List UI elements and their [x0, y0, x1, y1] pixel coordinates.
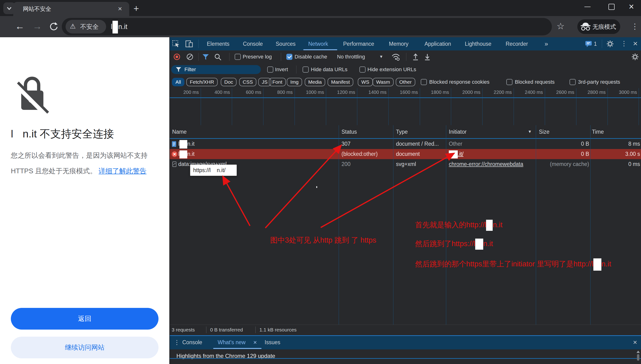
go-back-button[interactable]: 返回 [11, 308, 159, 330]
col-name[interactable]: Name [172, 125, 187, 138]
tab-title: 网站不安全 [23, 2, 51, 16]
blocked-requests-checkbox[interactable] [506, 79, 512, 85]
col-size[interactable]: Size [539, 125, 549, 138]
import-har-icon[interactable] [412, 53, 419, 61]
filter-toggle-icon[interactable] [202, 54, 209, 60]
third-party-checkbox[interactable] [569, 79, 576, 85]
record-button[interactable] [173, 53, 180, 60]
tab-performance[interactable]: Performance [343, 37, 374, 50]
annotation-1: 首先就是输入的http://ln.it [415, 220, 502, 231]
search-icon[interactable] [214, 53, 222, 61]
tab-console[interactable]: Console [243, 37, 263, 50]
browser-menu-icon[interactable]: ⋮ [631, 19, 639, 34]
network-settings-icon[interactable] [631, 53, 639, 61]
ruler-tick: 400 ms [202, 90, 230, 95]
filter-placeholder: Filter [184, 65, 196, 74]
forward-button[interactable]: → [33, 19, 42, 34]
tab-elements[interactable]: Elements [207, 37, 230, 50]
tab-lighthouse[interactable]: Lighthouse [465, 37, 491, 50]
row2-name[interactable]: ln.it [178, 149, 334, 159]
inspect-icon[interactable] [172, 40, 180, 48]
more-tabs-icon[interactable]: » [544, 37, 548, 50]
disable-cache-label: Disable cache [295, 54, 327, 60]
disable-cache-checkbox[interactable] [286, 54, 292, 60]
devtools-settings-icon[interactable] [606, 40, 614, 48]
tab-network[interactable]: Network [308, 37, 328, 50]
drawer-tab-whats-new[interactable]: What's new [218, 336, 246, 349]
bookmark-star-icon[interactable]: ☆ [556, 18, 564, 35]
resources-size: 1.1 kB resources [259, 326, 297, 334]
drawer-tab-issues[interactable]: Issues [265, 336, 280, 349]
row3-time: 0 ms [592, 159, 640, 169]
device-toolbar-icon[interactable] [185, 40, 195, 48]
throttling-caret-icon[interactable]: ▼ [379, 54, 383, 59]
transferred-size: 0 B transferred [210, 326, 243, 334]
drawer-menu-icon[interactable]: ⋮ [174, 336, 180, 349]
throttling-select[interactable]: No throttling [337, 54, 365, 60]
tab-memory[interactable]: Memory [389, 37, 408, 50]
error-icon [172, 151, 178, 157]
row1-size: 0 B [539, 139, 589, 149]
scrollbar-up-icon[interactable] [636, 350, 640, 353]
devtools-menu-icon[interactable]: ⋮ [621, 37, 627, 50]
chip-wasm[interactable]: Wasm [373, 78, 394, 86]
new-tab-icon[interactable]: + [134, 2, 139, 16]
ruler-tick: 2000 ms [452, 90, 480, 95]
chip-doc[interactable]: Doc [221, 78, 237, 86]
maximize-icon[interactable] [608, 4, 614, 10]
chip-manifest[interactable]: Manifest [328, 78, 353, 86]
col-initiator[interactable]: Initiator [449, 125, 466, 138]
url-text[interactable]: ln.it [111, 18, 127, 35]
scrollbar-thumb[interactable] [637, 354, 639, 361]
ruler-tick: 800 ms [264, 90, 293, 95]
col-type[interactable]: Type [396, 125, 408, 138]
chip-css[interactable]: CSS [239, 78, 256, 86]
chip-fetch-xhr[interactable]: Fetch/XHR [186, 78, 218, 86]
learn-more-link[interactable]: 详细了解此警告 [99, 167, 147, 175]
chip-img[interactable]: Img [287, 78, 302, 86]
col-status[interactable]: Status [341, 125, 357, 138]
col-time[interactable]: Time [592, 125, 604, 138]
reload-button[interactable] [49, 21, 59, 32]
drawer-tab-console[interactable]: Console [182, 336, 202, 349]
invert-checkbox[interactable] [267, 66, 273, 72]
drawer-close-icon[interactable]: × [633, 336, 637, 349]
row3-initiator-link[interactable]: chrome-error://chromewebdata [449, 159, 535, 169]
blocked-cookies-checkbox[interactable] [421, 79, 427, 85]
broken-lock-icon [17, 68, 50, 115]
filter-separator [296, 66, 296, 74]
row3-status: 200 [341, 159, 350, 169]
tab-recorder[interactable]: Recorder [506, 37, 528, 50]
window-close-icon[interactable]: × [629, 0, 634, 13]
row2-initiator-link[interactable]: .it/ [449, 149, 463, 159]
ruler-tick: 2200 ms [483, 90, 512, 95]
drawer-tab-close-icon[interactable]: × [253, 336, 257, 349]
chip-font[interactable]: Font [269, 78, 286, 86]
row1-name[interactable]: ln.it [178, 139, 334, 149]
clear-icon[interactable] [186, 53, 193, 60]
tab-close-icon[interactable]: × [118, 2, 122, 16]
export-har-icon[interactable] [424, 53, 431, 61]
proceed-button[interactable]: 继续访问网站 [11, 337, 159, 358]
hide-extension-urls-checkbox[interactable] [359, 66, 366, 72]
overview-divider [170, 97, 641, 98]
row2-type: document [396, 149, 420, 159]
network-conditions-icon[interactable] [391, 53, 400, 61]
url-bar[interactable] [62, 18, 552, 35]
tab-application[interactable]: Application [424, 37, 451, 50]
chip-other[interactable]: Other [396, 78, 415, 86]
sort-caret-icon[interactable]: ▼ [528, 125, 532, 138]
chip-media[interactable]: Media [305, 78, 325, 86]
hide-data-urls-checkbox[interactable] [303, 66, 309, 72]
devtools-close-icon[interactable]: × [633, 37, 638, 50]
back-button[interactable]: ← [15, 19, 25, 34]
preserve-log-checkbox[interactable] [235, 54, 241, 60]
chip-ws[interactable]: WS [358, 78, 373, 86]
annotation-3-redaction [593, 258, 601, 271]
chip-all[interactable]: All [172, 78, 184, 86]
row2-redaction [180, 150, 187, 158]
minimize-icon[interactable]: — [584, 0, 590, 13]
console-messages-icon[interactable] [585, 40, 592, 48]
tab-sources[interactable]: Sources [276, 37, 296, 50]
ruler-tick: 1600 ms [390, 90, 418, 95]
